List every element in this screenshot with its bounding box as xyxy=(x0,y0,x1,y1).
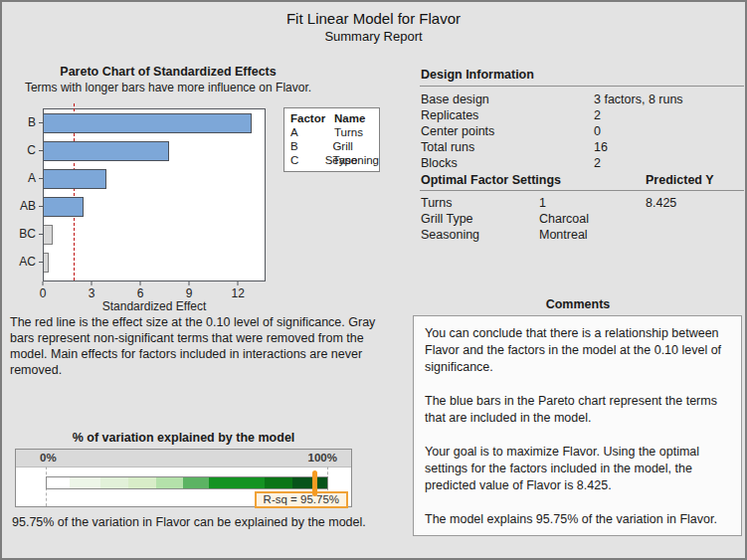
x-tick-label: 6 xyxy=(137,286,144,300)
design-info-value: 0 xyxy=(594,124,601,138)
pareto-category-label-A: A xyxy=(2,171,36,185)
legend-factor: A xyxy=(290,125,334,139)
gauge-max-label: 100% xyxy=(308,452,337,464)
design-information-title: Design Information xyxy=(421,68,534,82)
optimal-setting-label: Seasoning xyxy=(421,228,479,242)
pareto-category-label-AB: AB xyxy=(2,199,36,213)
pareto-bar-A xyxy=(44,169,106,189)
legend-header-name: Name xyxy=(334,111,365,125)
legend-name: Grill Type xyxy=(332,139,379,153)
legend-factor: B xyxy=(290,139,332,153)
gauge-segment-2 xyxy=(70,477,100,488)
pareto-bar-B xyxy=(44,113,252,133)
design-info-label: Replicates xyxy=(421,108,478,122)
x-tick-mark xyxy=(189,281,190,285)
x-tick-mark xyxy=(238,281,239,285)
legend-row: CSeasoning xyxy=(290,153,379,167)
comment-paragraph: Your goal is to maximize Flavor. Using t… xyxy=(425,444,730,494)
predicted-y-header: Predicted Y xyxy=(646,173,714,187)
rsq-gauge: 0% 100% R-sq = 95.75% xyxy=(15,449,352,507)
optimal-setting-label: Grill Type xyxy=(421,212,473,226)
pareto-category-label-AC: AC xyxy=(2,255,36,269)
pareto-bar-AB xyxy=(44,197,84,217)
comment-paragraph: The model explains 95.75% of the variati… xyxy=(425,511,730,528)
x-tick-label: 12 xyxy=(232,286,245,300)
gauge-segment-8 xyxy=(265,477,292,488)
comments-title: Comments xyxy=(413,297,743,311)
optimal-settings-rule xyxy=(420,190,744,191)
predicted-y-value: 8.425 xyxy=(646,196,676,210)
gauge-caption: 95.75% of the variation in Flavor can be… xyxy=(12,515,410,529)
pareto-category-label-B: B xyxy=(2,115,36,129)
design-info-value: 16 xyxy=(594,140,608,154)
legend-name: Turns xyxy=(334,125,363,139)
gauge-gradient-bar xyxy=(46,476,328,489)
pareto-bar-C xyxy=(44,141,169,161)
design-info-label: Total runs xyxy=(421,140,474,154)
pareto-x-axis: 036912 xyxy=(43,281,266,301)
legend-header-factor: Factor xyxy=(290,111,334,125)
optimal-setting-value: Montreal xyxy=(539,228,588,242)
report-subtitle: Summary Report xyxy=(2,29,745,44)
legend-header: FactorName xyxy=(290,111,379,125)
design-info-label: Base design xyxy=(421,93,489,106)
x-tick-label: 0 xyxy=(40,286,47,300)
pareto-note: The red line is the effect size at the 0… xyxy=(10,314,402,378)
design-info-value: 2 xyxy=(594,156,601,170)
rsq-marker xyxy=(312,470,317,496)
gauge-segment-4 xyxy=(128,477,156,488)
optimal-setting-value: Charcoal xyxy=(539,212,589,226)
summary-report-window: Fit Linear Model for Flavor Summary Repo… xyxy=(0,0,747,560)
optimal-settings-title: Optimal Factor Settings xyxy=(421,173,561,187)
x-tick-mark xyxy=(140,281,141,285)
comment-paragraph: The blue bars in the Pareto chart repres… xyxy=(425,393,730,427)
comment-paragraph: You can conclude that there is a relatio… xyxy=(425,325,730,376)
pareto-chart-subtitle: Terms with longer bars have more influen… xyxy=(2,81,334,94)
comments-box: You can conclude that there is a relatio… xyxy=(413,315,742,536)
pareto-chart-plot xyxy=(43,108,266,281)
gauge-segment-9 xyxy=(292,477,327,488)
x-tick-label: 3 xyxy=(89,286,95,300)
gauge-segment-6 xyxy=(183,477,209,488)
design-information-rule xyxy=(420,86,744,87)
factor-legend: FactorNameATurnsBGrill TypeCSeasoning xyxy=(283,107,380,172)
legend-row: BGrill Type xyxy=(290,139,379,153)
pareto-bar-BC xyxy=(44,225,53,245)
design-info-label: Blocks xyxy=(421,156,458,170)
x-tick-mark xyxy=(43,281,44,285)
legend-row: ATurns xyxy=(290,125,379,139)
design-info-label: Center points xyxy=(421,124,494,138)
design-info-value: 2 xyxy=(594,108,601,122)
pareto-x-axis-label: Standardized Effect xyxy=(43,299,266,313)
gauge-segment-3 xyxy=(100,477,129,488)
legend-factor: C xyxy=(290,153,325,167)
gauge-segment-7 xyxy=(209,477,266,488)
rsq-value-badge: R-sq = 95.75% xyxy=(255,491,348,508)
optimal-setting-value: 1 xyxy=(539,196,546,210)
gauge-segment-5 xyxy=(156,477,183,488)
x-tick-mark xyxy=(92,281,93,285)
optimal-setting-label: Turns xyxy=(421,196,453,210)
gauge-min-label: 0% xyxy=(40,452,57,464)
design-info-value: 3 factors, 8 runs xyxy=(594,93,683,106)
gauge-segment-1 xyxy=(47,477,70,488)
pareto-category-label-BC: BC xyxy=(2,227,36,241)
pareto-chart-title: Pareto Chart of Standardized Effects xyxy=(2,65,334,79)
report-title: Fit Linear Model for Flavor xyxy=(2,10,745,27)
x-tick-label: 9 xyxy=(186,286,193,300)
gauge-title: % of variation explained by the model xyxy=(15,431,352,445)
gauge-scale-strip: 0% 100% xyxy=(16,450,351,467)
legend-name: Seasoning xyxy=(325,153,379,167)
pareto-category-label-C: C xyxy=(2,143,36,157)
pareto-bar-AC xyxy=(44,253,49,273)
